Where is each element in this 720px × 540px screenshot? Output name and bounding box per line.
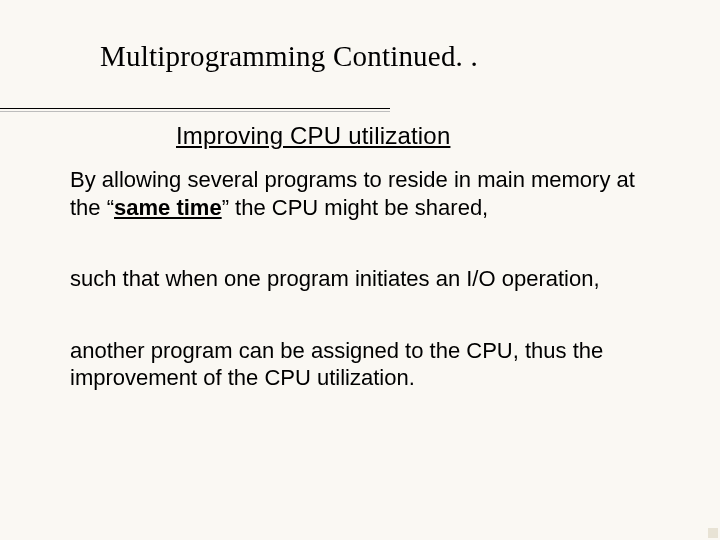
paragraph-1-post: ” the CPU might be shared, xyxy=(222,195,489,220)
paragraph-1-emphasis: same time xyxy=(114,195,222,220)
paragraph-3: another program can be assigned to the C… xyxy=(70,337,660,392)
paragraph-1: By allowing several programs to reside i… xyxy=(70,166,660,221)
paragraph-2: such that when one program initiates an … xyxy=(70,265,660,293)
slide-title: Multiprogramming Continued. . xyxy=(100,40,478,73)
slide: Multiprogramming Continued. . Improving … xyxy=(0,0,720,540)
slide-subtitle: Improving CPU utilization xyxy=(176,122,450,150)
horizontal-rule xyxy=(0,108,390,109)
slide-body: By allowing several programs to reside i… xyxy=(70,166,660,436)
corner-decoration xyxy=(706,526,720,540)
